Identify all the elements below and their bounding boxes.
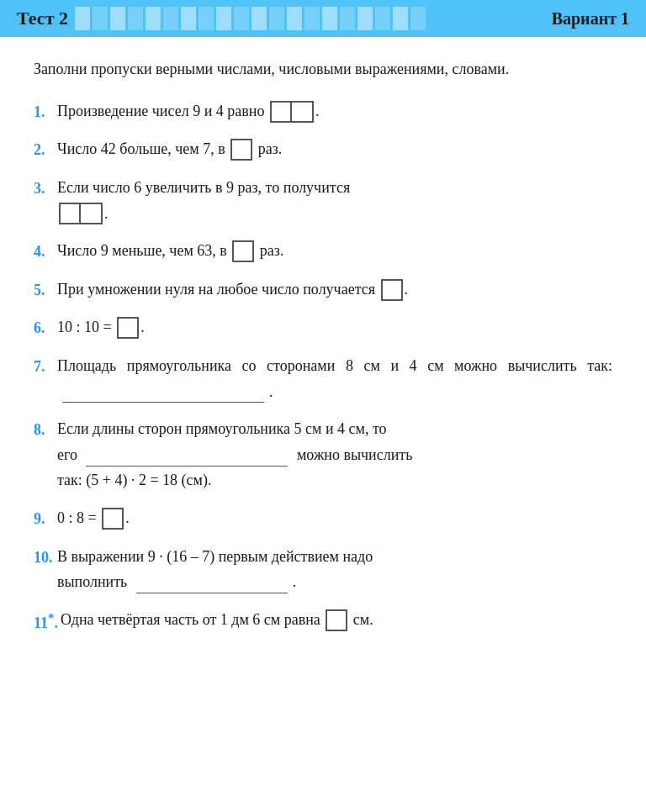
q4-number: 4.: [34, 239, 57, 265]
q6-body: 10 : 10 = .: [57, 314, 612, 340]
q4-answer-box[interactable]: [232, 240, 254, 262]
q1-answer-box[interactable]: [270, 101, 314, 123]
header-decoration: [75, 7, 426, 30]
main-content: Заполни пропуски верными числами, числов…: [0, 37, 646, 664]
test-title: Тест 2: [17, 8, 68, 29]
q5-body: При умножении нуля на любое число получа…: [57, 277, 612, 303]
q11-body: Одна четвёртая часть от 1 дм 6 см равна …: [61, 607, 612, 633]
q8-number: 8.: [34, 417, 57, 443]
q4-body: Число 9 меньше, чем 63, в раз.: [57, 238, 612, 264]
q5-answer-box[interactable]: [381, 279, 403, 301]
q6-number: 6.: [34, 315, 57, 341]
page-header: Тест 2 Вариант 1: [0, 0, 646, 37]
q2-number: 2.: [34, 137, 57, 163]
q7-answer-line[interactable]: [62, 386, 264, 403]
q2-body: Число 42 больше, чем 7, в раз.: [57, 136, 612, 162]
q3-answer-box[interactable]: [59, 203, 103, 224]
question-2: 2. Число 42 больше, чем 7, в раз.: [34, 136, 612, 163]
question-3: 3. Если число 6 увеличить в 9 раз, то по…: [34, 175, 612, 226]
q6-answer-box[interactable]: [117, 317, 139, 339]
q2-answer-box[interactable]: [230, 139, 252, 161]
header-left: Тест 2: [17, 7, 426, 30]
question-10: 10. В выражении 9 · (16 – 7) первым дейс…: [34, 544, 612, 595]
question-9: 9. 0 : 8 = .: [34, 505, 612, 532]
question-5: 5. При умножении нуля на любое число пол…: [34, 277, 612, 303]
q7-body: Площадь прямоугольника со сторонами 8 см…: [57, 353, 612, 404]
q10-number: 10.: [34, 545, 57, 571]
variant-label: Вариант 1: [552, 9, 629, 29]
q3-body: Если число 6 увеличить в 9 раз, то получ…: [57, 175, 612, 226]
q9-number: 9.: [34, 506, 57, 532]
q3-number: 3.: [34, 176, 57, 202]
question-7: 7. Площадь прямоугольника со сторонами 8…: [34, 353, 612, 404]
q5-number: 5.: [34, 277, 57, 303]
question-4: 4. Число 9 меньше, чем 63, в раз.: [34, 238, 612, 265]
q8-body: Если длины сторон прямоугольника 5 см и …: [57, 416, 612, 493]
q11-answer-box[interactable]: [326, 609, 347, 631]
q9-answer-box[interactable]: [102, 508, 124, 530]
q1-number: 1.: [34, 99, 57, 125]
q7-number: 7.: [34, 354, 57, 380]
q10-body: В выражении 9 · (16 – 7) первым действие…: [57, 544, 612, 595]
q9-body: 0 : 8 = .: [57, 505, 612, 531]
question-11: 11*. Одна четвёртая часть от 1 дм 6 см р…: [34, 607, 612, 636]
q8-answer-line[interactable]: [86, 450, 288, 467]
intro-text: Заполни пропуски верными числами, числов…: [34, 57, 612, 82]
question-6: 6. 10 : 10 = .: [34, 314, 612, 341]
question-8: 8. Если длины сторон прямоугольника 5 см…: [34, 416, 612, 493]
q10-answer-line[interactable]: [136, 577, 288, 593]
q11-number: 11*.: [34, 608, 61, 636]
question-1: 1. Произведение чисел 9 и 4 равно .: [34, 98, 612, 125]
q1-body: Произведение чисел 9 и 4 равно .: [57, 98, 612, 124]
